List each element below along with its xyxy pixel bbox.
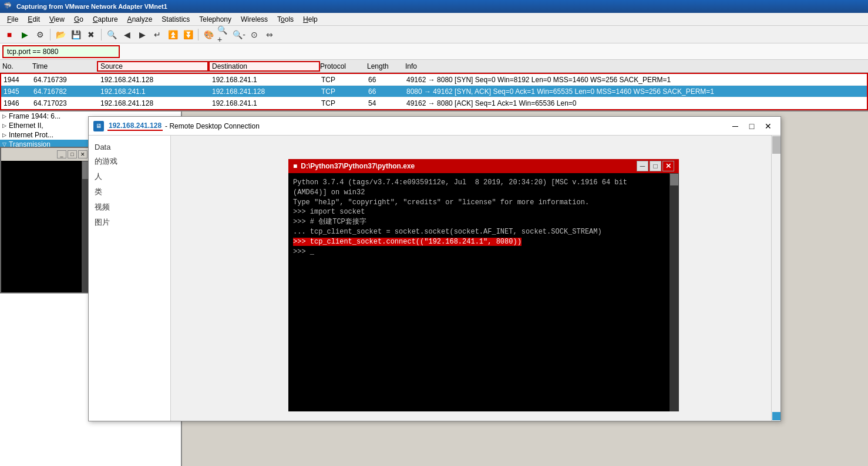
rd-sidebar-pictures: 图片 <box>93 215 166 230</box>
cmd-titlebar-buttons: ─ □ ✕ <box>637 161 674 171</box>
cell-length: 66 <box>368 76 406 84</box>
small-maximize-button[interactable]: □ <box>68 150 77 158</box>
rd-close-button[interactable]: ✕ <box>761 120 776 133</box>
cell-source: 192.168.241.128 <box>98 99 210 107</box>
toolbar: ■ ▶ ⚙ 📂 💾 ✖ 🔍 ◀ ▶ ↵ ⏫ ⏬ 🎨 🔍+ 🔍- ⊙ ⇔ <box>0 26 868 43</box>
cmd-minimize-button[interactable]: ─ <box>637 161 648 171</box>
cmd-title: D:\Python37\Python37\python.exe <box>301 162 415 170</box>
rd-sidebar-data: Data <box>93 140 166 154</box>
col-header-info: Info <box>405 62 868 70</box>
cell-info: 49162 → 8080 [ACK] Seq=1 Ack=1 Win=65536… <box>406 99 867 107</box>
cmd-scrollbar-thumb <box>670 174 678 185</box>
toolbar-separator-1 <box>50 29 51 40</box>
cell-dest: 192.168.241.1 <box>210 99 321 107</box>
rd-sidebar-games: 的游戏 <box>93 154 166 169</box>
cell-time: 64.716739 <box>33 76 98 84</box>
cell-source: 192.168.241.1 <box>98 87 210 96</box>
go-to-packet-button[interactable]: ↵ <box>150 28 164 42</box>
zoom-in-button[interactable]: 🔍+ <box>217 28 231 42</box>
restart-capture-button[interactable]: ▶ <box>18 28 32 42</box>
title-bar-text: Capturing from VMware Network Adapter VM… <box>16 3 167 10</box>
detail-frame-label: Frame 1944: 6... <box>9 112 60 120</box>
detail-ethernet-label: Ethernet II, <box>9 121 43 130</box>
col-header-no: No. <box>0 62 32 70</box>
open-button[interactable]: 📂 <box>53 28 68 42</box>
menu-tools[interactable]: Tools <box>272 14 298 25</box>
cell-info: 8080 → 49162 [SYN, ACK] Seq=0 Ack=1 Win=… <box>406 87 867 96</box>
resize-columns-button[interactable]: ⇔ <box>263 28 277 42</box>
rd-sidebar-categories: 类 <box>93 184 166 200</box>
rd-scrollbar-bottom <box>772 412 780 420</box>
expand-icon: ▷ <box>2 113 6 119</box>
rd-titlebar: 🖥 192.168.241.128 - Remote Desktop Conne… <box>89 117 780 136</box>
rd-scrollbar[interactable] <box>771 136 780 421</box>
menu-telephony[interactable]: Telephony <box>194 14 236 25</box>
back-button[interactable]: ◀ <box>120 28 134 42</box>
rd-sidebar: Data 的游戏 人 类 视频 图片 <box>89 136 171 421</box>
last-packet-button[interactable]: ⏬ <box>181 28 195 42</box>
filter-input[interactable] <box>2 45 120 58</box>
rd-maximize-button[interactable]: □ <box>744 120 759 133</box>
col-header-destination: Destination <box>208 61 320 72</box>
cell-length: 54 <box>368 99 406 107</box>
small-media-window: _ □ ✕ <box>0 147 91 293</box>
menu-capture[interactable]: Capture <box>88 14 123 25</box>
cell-length: 66 <box>368 87 406 96</box>
cmd-window: ■ D:\Python37\Python37\python.exe ─ □ ✕ … <box>288 159 679 411</box>
title-bar: 🦈 Capturing from VMware Network Adapter … <box>0 0 868 13</box>
menu-go[interactable]: Go <box>69 14 88 25</box>
cell-no: 1944 <box>1 76 33 84</box>
menu-wireless[interactable]: Wireless <box>236 14 272 25</box>
cell-no: 1945 <box>1 87 33 96</box>
stop-capture-button[interactable]: ■ <box>2 28 16 42</box>
forward-button[interactable]: ▶ <box>135 28 149 42</box>
cmd-highlighted-line: >>> tcp_client_socket.connect(("192.168.… <box>293 238 522 246</box>
table-row[interactable]: 1944 64.716739 192.168.241.128 192.168.2… <box>1 74 867 86</box>
rd-sidebar-people: 人 <box>93 169 166 184</box>
menu-edit[interactable]: Edit <box>23 14 45 25</box>
table-row[interactable]: 1946 64.717023 192.168.241.128 192.168.2… <box>1 97 867 109</box>
close-button[interactable]: ✖ <box>84 28 98 42</box>
cell-proto: TCP <box>321 76 368 84</box>
cmd-maximize-button[interactable]: □ <box>650 161 661 171</box>
cmd-close-button[interactable]: ✕ <box>662 161 674 171</box>
first-packet-button[interactable]: ⏫ <box>166 28 180 42</box>
col-header-length: Length <box>367 62 405 70</box>
small-minimize-button[interactable]: _ <box>57 150 66 158</box>
cell-proto: TCP <box>321 87 368 96</box>
menu-statistics[interactable]: Statistics <box>157 14 194 25</box>
rd-minimize-button[interactable]: ─ <box>728 120 743 133</box>
packet-rows: 1944 64.716739 192.168.241.128 192.168.2… <box>0 73 868 110</box>
rd-content: Data 的游戏 人 类 视频 图片 ■ D:\Python37\Python3… <box>89 136 780 421</box>
small-window-content <box>1 161 90 292</box>
cmd-scrollbar[interactable] <box>669 173 679 411</box>
toolbar-separator-2 <box>101 29 102 40</box>
menu-help[interactable]: Help <box>298 14 322 25</box>
zoom-reset-button[interactable]: ⊙ <box>247 28 261 42</box>
packet-list-header: No. Time Source Destination Protocol Len… <box>0 60 868 73</box>
rd-ip: 192.168.241.128 <box>107 121 163 131</box>
cell-no: 1946 <box>1 99 33 107</box>
toolbar-separator-3 <box>198 29 199 40</box>
rd-sidebar-video: 视频 <box>93 200 166 215</box>
expand-icon: ▷ <box>2 123 6 129</box>
capture-options-button[interactable]: ⚙ <box>33 28 47 42</box>
rd-scrollbar-thumb <box>772 136 780 154</box>
expand-icon: ▷ <box>2 132 6 138</box>
table-row[interactable]: 1945 64.716782 192.168.241.1 192.168.241… <box>1 86 867 97</box>
cmd-body: Python 3.7.4 (tags/v3.7.4:e09359112e, Ju… <box>288 173 679 411</box>
save-button[interactable]: 💾 <box>69 28 83 42</box>
small-close-button[interactable]: ✕ <box>78 150 88 158</box>
menu-analyze[interactable]: Analyze <box>123 14 157 25</box>
cell-info: 49162 → 8080 [SYN] Seq=0 Win=8192 Len=0 … <box>406 76 867 84</box>
menu-view[interactable]: View <box>45 14 69 25</box>
zoom-out-button[interactable]: 🔍- <box>232 28 246 42</box>
detail-internet-label: Internet Prot... <box>9 131 53 139</box>
col-header-source: Source <box>97 61 208 72</box>
colorize-button[interactable]: 🎨 <box>201 28 216 42</box>
find-button[interactable]: 🔍 <box>105 28 119 42</box>
menu-file[interactable]: File <box>2 14 23 25</box>
menu-bar: File Edit View Go Capture Analyze Statis… <box>0 13 868 26</box>
cell-time: 64.716782 <box>33 87 98 96</box>
cell-proto: TCP <box>321 99 368 107</box>
